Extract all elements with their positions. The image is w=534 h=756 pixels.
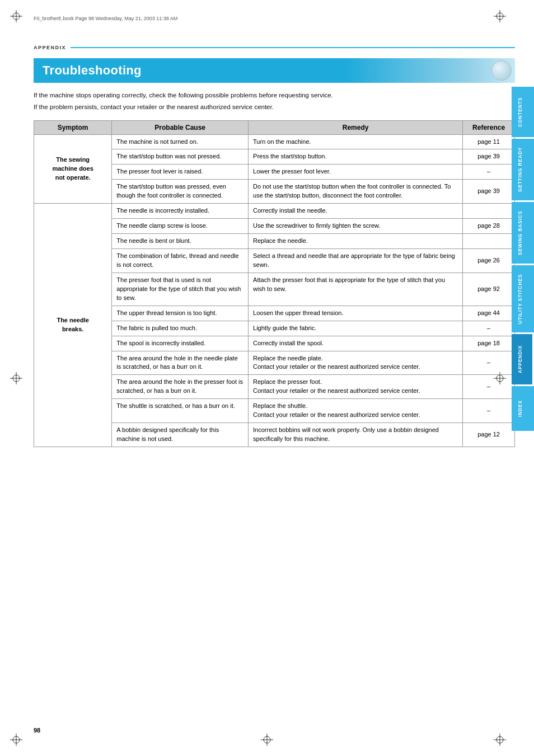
remedy-cell: Use the screwdriver to firmly tighten th…	[249, 219, 463, 234]
title-section: Troubleshooting	[34, 58, 515, 83]
cause-cell: The start/stop button was pressed, even …	[112, 180, 249, 204]
col-remedy: Remedy	[249, 120, 463, 134]
content-area: APPENDIX Troubleshooting If the machine …	[34, 45, 515, 447]
cause-cell: The fabric is pulled too much.	[112, 321, 249, 336]
intro-line-1: If the machine stops operating correctly…	[34, 91, 515, 100]
crosshair-bl	[10, 734, 22, 746]
col-cause: Probable Cause	[112, 120, 249, 134]
cause-cell: The area around the hole in the presser …	[112, 375, 249, 399]
symptom-cell-1: The sewingmachine doesnot operate.	[34, 134, 112, 204]
remedy-cell: Correctly install the needle.	[249, 204, 463, 219]
ref-cell: page 28	[463, 219, 515, 234]
remedy-cell: Do not use the start/stop button when th…	[249, 180, 463, 204]
cause-cell: The area around the hole in the needle p…	[112, 351, 249, 375]
file-info: F0_brotherE.book Page 98 Wednesday, May …	[34, 16, 177, 21]
cause-cell: The spool is incorrectly installed.	[112, 336, 249, 351]
remedy-cell: Lower the presser foot lever.	[249, 165, 463, 180]
ref-cell: page 44	[463, 306, 515, 321]
remedy-cell: Press the start/stop button.	[249, 149, 463, 165]
troubleshooting-table: Symptom Probable Cause Remedy Reference …	[34, 120, 515, 448]
ref-cell: page 11	[463, 134, 515, 149]
page-container: F0_brotherE.book Page 98 Wednesday, May …	[0, 0, 534, 756]
tab-index[interactable]: INDEX	[512, 386, 534, 431]
title-box: Troubleshooting	[34, 58, 515, 83]
page-title: Troubleshooting	[43, 63, 142, 78]
tab-utility-stitches[interactable]: UTILITY STITCHES	[512, 265, 534, 332]
remedy-cell: Replace the needle plate.Contact your re…	[249, 351, 463, 375]
ref-cell: –	[463, 321, 515, 336]
cause-cell: A bobbin designed specifically for this …	[112, 423, 249, 447]
remedy-cell: Attach the presser foot that is appropri…	[249, 273, 463, 306]
remedy-cell: Correctly install the spool.	[249, 336, 463, 351]
page-number: 98	[34, 727, 40, 734]
ref-cell: page 26	[463, 249, 515, 273]
tab-appendix[interactable]: APPENDIX	[512, 334, 534, 384]
ref-cell: page 12	[463, 423, 515, 447]
tab-sewing-basics[interactable]: SEWING BASICS	[512, 202, 534, 264]
table-row: The needlebreaks. The needle is incorrec…	[34, 204, 515, 219]
ref-cell: –	[463, 375, 515, 399]
ref-cell: page 92	[463, 273, 515, 306]
crosshair-br	[494, 734, 506, 746]
cause-cell: The start/stop button was not pressed.	[112, 149, 249, 165]
col-reference: Reference	[463, 120, 515, 134]
remedy-cell: Replace the needle.	[249, 234, 463, 249]
ref-cell: –	[463, 399, 515, 423]
cause-cell: The needle clamp screw is loose.	[112, 219, 249, 234]
section-label: APPENDIX	[34, 45, 66, 50]
title-decoration-circle	[491, 60, 512, 81]
cause-cell: The combination of fabric, thread and ne…	[112, 249, 249, 273]
symptom-cell-2: The needlebreaks.	[34, 204, 112, 447]
tab-getting-ready[interactable]: GETTING READY	[512, 139, 534, 200]
ref-cell	[463, 234, 515, 249]
remedy-cell: Loosen the upper thread tension.	[249, 306, 463, 321]
ref-cell: –	[463, 165, 515, 180]
sidebar-tabs: CONTENTS GETTING READY SEWING BASICS UTI…	[512, 87, 534, 431]
section-divider	[71, 47, 515, 48]
crosshair-bc	[261, 734, 273, 746]
tab-contents[interactable]: CONTENTS	[512, 87, 534, 137]
col-symptom: Symptom	[34, 120, 112, 134]
cause-cell: The needle is incorrectly installed.	[112, 204, 249, 219]
cause-cell: The presser foot that is used is not app…	[112, 273, 249, 306]
section-label-bar: APPENDIX	[34, 45, 515, 50]
remedy-cell: Replace the shuttle.Contact your retaile…	[249, 399, 463, 423]
intro-line-2: If the problem persists, contact your re…	[34, 102, 515, 112]
remedy-cell: Replace the presser foot.Contact your re…	[249, 375, 463, 399]
table-row: The sewingmachine doesnot operate. The m…	[34, 134, 515, 149]
remedy-cell: Select a thread and needle that are appr…	[249, 249, 463, 273]
remedy-cell: Turn on the machine.	[249, 134, 463, 149]
crosshair-tr	[494, 10, 506, 22]
crosshair-tl	[10, 10, 22, 22]
cause-cell: The shuttle is scratched, or has a burr …	[112, 399, 249, 423]
remedy-cell: Lightly guide the fabric.	[249, 321, 463, 336]
cause-cell: The presser foot lever is raised.	[112, 165, 249, 180]
ref-cell: –	[463, 351, 515, 375]
ref-cell: page 39	[463, 149, 515, 165]
ref-cell: page 39	[463, 180, 515, 204]
crosshair-lm	[10, 372, 22, 384]
cause-cell: The machine is not turned on.	[112, 134, 249, 149]
ref-cell: page 18	[463, 336, 515, 351]
cause-cell: The upper thread tension is too tight.	[112, 306, 249, 321]
remedy-cell: Incorrect bobbins will not work properly…	[249, 423, 463, 447]
ref-cell	[463, 204, 515, 219]
cause-cell: The needle is bent or blunt.	[112, 234, 249, 249]
